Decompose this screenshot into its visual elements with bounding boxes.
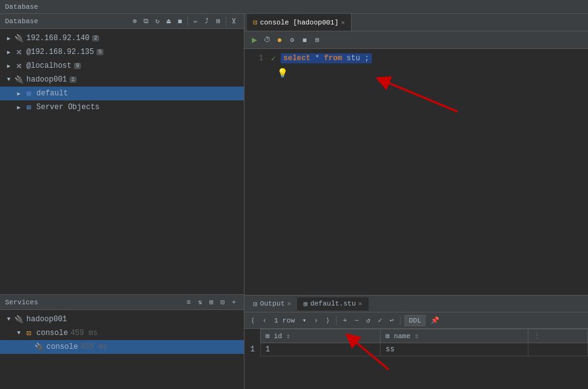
db-copy-icon[interactable]: ⧉ bbox=[141, 16, 151, 26]
nav-first-btn[interactable]: ⟨ bbox=[248, 316, 258, 325]
editor-tab-bar: ⊡ console [hadoop001] ✕ bbox=[244, 14, 588, 31]
services-panel: Services ≡ ⇅ ⊞ ⊡ + ▼ 🔌 hadoop001 bbox=[0, 295, 244, 389]
server-objects[interactable]: ▶ ⊞ Server Objects bbox=[0, 100, 244, 114]
svc-console-time: 459 ms bbox=[70, 329, 97, 338]
svc-console-child-name: console bbox=[46, 343, 78, 351]
orange-dot-icon[interactable]: ● bbox=[275, 35, 285, 45]
toolbar-sep-1 bbox=[187, 17, 188, 26]
svc-icon-2[interactable]: ⇅ bbox=[195, 297, 205, 307]
server-name-2: @192.168.92.135 bbox=[26, 48, 94, 56]
server-hadoop001[interactable]: ▼ 🔌 hadoop001 1 bbox=[0, 73, 244, 87]
db-edit-icon[interactable]: ✏ bbox=[191, 16, 201, 26]
results-undo-btn[interactable]: ↺ bbox=[364, 316, 373, 325]
db-disconnect-icon[interactable]: ⏏ bbox=[164, 16, 174, 26]
default-stu-tab[interactable]: ⊞ default.stu ✕ bbox=[297, 297, 368, 311]
stop-icon[interactable]: ◼ bbox=[300, 35, 310, 45]
editor-tab[interactable]: ⊡ console [hadoop001] ✕ bbox=[247, 14, 352, 31]
db-toolbar: ⊕ ⧉ ↻ ⏏ ◼ ✏ ⤴ ⊞ ⊻ bbox=[130, 16, 239, 26]
col-name-header[interactable]: ⊞ name ⇕ bbox=[381, 329, 528, 343]
nav-prev-btn[interactable]: ‹ bbox=[260, 316, 270, 325]
tab-icon: ⊡ bbox=[253, 18, 258, 26]
db-stop-icon[interactable]: ◼ bbox=[175, 16, 185, 26]
run-button[interactable]: ▶ bbox=[249, 35, 260, 45]
nav-last-btn[interactable]: ⟩ bbox=[323, 316, 332, 325]
db-default[interactable]: ▶ ⊞ default bbox=[0, 87, 244, 100]
output-tab-icon: ⊡ bbox=[253, 300, 258, 308]
col-id-header[interactable]: ⊞ id ⇕ bbox=[260, 329, 381, 343]
services-tree: ▼ 🔌 hadoop001 ▼ ⊡ console 459 ms 🔌 conso… bbox=[0, 310, 244, 389]
server-icon-2: ⤨ bbox=[14, 47, 24, 57]
db-table-icon[interactable]: ⊞ bbox=[213, 16, 223, 26]
services-title: Services bbox=[5, 299, 38, 306]
bulb-line: 💡 bbox=[277, 68, 588, 78]
ddl-button[interactable]: DDL bbox=[404, 315, 426, 326]
default-stu-close[interactable]: ✕ bbox=[359, 300, 362, 307]
col-id-icon: ⊞ bbox=[266, 333, 270, 340]
row-count-dropdown[interactable]: ▾ bbox=[300, 316, 309, 325]
table-row[interactable]: 1 1 ss bbox=[244, 343, 588, 356]
col-name-icon: ⊞ bbox=[386, 333, 390, 340]
bottom-tab-bar: ⊡ Output ✕ ⊞ default.stu ✕ bbox=[244, 295, 588, 312]
results-icon[interactable]: ⊞ bbox=[312, 35, 322, 45]
row-num-header bbox=[244, 329, 260, 343]
results-add-btn[interactable]: + bbox=[340, 316, 350, 325]
server-item-1[interactable]: ▶ 🔌 192.168.92.140 2 bbox=[0, 31, 244, 45]
output-tab[interactable]: ⊡ Output ✕ bbox=[247, 297, 297, 311]
server-icon-3: ⤨ bbox=[14, 61, 24, 71]
sql-star: * bbox=[315, 54, 323, 63]
svc-hadoop-name: hadoop001 bbox=[26, 315, 67, 324]
db-add-icon[interactable]: ⊕ bbox=[130, 16, 140, 26]
db-refresh-icon[interactable]: ↻ bbox=[152, 16, 162, 26]
row-extra-1 bbox=[528, 343, 588, 356]
col-name-label: name bbox=[394, 333, 410, 340]
settings-icon[interactable]: ⚙ bbox=[287, 35, 297, 45]
sql-table: stu bbox=[347, 54, 360, 63]
pin-btn[interactable]: 📌 bbox=[428, 316, 442, 325]
svc-icon-5[interactable]: + bbox=[229, 297, 239, 307]
svc-hadoop001[interactable]: ▼ 🔌 hadoop001 bbox=[0, 312, 244, 326]
sidebar: Database ⊕ ⧉ ↻ ⏏ ◼ ✏ ⤴ ⊞ ⊻ bbox=[0, 14, 244, 389]
sql-highlight-block: select * from stu ; bbox=[281, 53, 372, 63]
row-count-label: 1 row bbox=[271, 316, 297, 325]
server-badge-2: 5 bbox=[97, 49, 103, 55]
table-header-row: ⊞ id ⇕ ⊞ name ⇕ ⋮ bbox=[244, 329, 588, 343]
default-db-icon: ⊞ bbox=[24, 88, 34, 99]
row-id-1[interactable]: 1 bbox=[260, 343, 381, 356]
results-revert-btn[interactable]: ↩ bbox=[387, 316, 397, 325]
bulb-icon: 💡 bbox=[277, 68, 288, 78]
results-remove-btn[interactable]: − bbox=[352, 316, 362, 325]
services-header: Services ≡ ⇅ ⊞ ⊡ + bbox=[0, 295, 244, 310]
sql-from-kw: from bbox=[324, 54, 342, 63]
chevron-hadoop001: ▼ bbox=[5, 76, 13, 83]
server-item-3[interactable]: ▶ ⤨ @localhost 9 bbox=[0, 59, 244, 73]
results-sep-2 bbox=[400, 316, 401, 325]
results-table: ⊞ id ⇕ ⊞ name ⇕ ⋮ bbox=[244, 329, 588, 356]
toolbar-sep-2 bbox=[226, 17, 226, 26]
db-jump-icon[interactable]: ⤴ bbox=[202, 16, 212, 26]
svc-icon-3[interactable]: ⊞ bbox=[206, 297, 216, 307]
output-tab-label: Output bbox=[260, 300, 285, 307]
col-name-sort: ⇕ bbox=[414, 333, 419, 340]
svc-console-name: console bbox=[36, 329, 68, 338]
row-name-1[interactable]: ss bbox=[381, 343, 528, 356]
nav-next-btn[interactable]: › bbox=[312, 316, 321, 325]
svc-icon-4[interactable]: ⊡ bbox=[218, 297, 228, 307]
svc-console-child[interactable]: 🔌 console 459 ms bbox=[0, 340, 244, 354]
results-toolbar: ⟨ ‹ 1 row ▾ › ⟩ + − ↺ ✓ ↩ DDL 📌 bbox=[244, 312, 588, 329]
chevron-default: ▶ bbox=[15, 90, 23, 97]
col-id-sort: ⇕ bbox=[286, 333, 291, 340]
server-name-1: 192.168.92.140 bbox=[26, 34, 90, 43]
svc-icon-1[interactable]: ≡ bbox=[184, 297, 194, 307]
col-extra-header[interactable]: ⋮ bbox=[528, 329, 588, 343]
svc-console-parent[interactable]: ▼ ⊡ console 459 ms bbox=[0, 326, 244, 340]
editor-area[interactable]: 1 ✓ select * from stu ; 💡 bbox=[244, 49, 588, 295]
sql-semi: ; bbox=[365, 54, 369, 63]
db-panel-title: Database bbox=[5, 18, 38, 25]
server-item-2[interactable]: ▶ ⤨ @192.168.92.135 5 bbox=[0, 45, 244, 59]
history-icon[interactable]: ⏱ bbox=[262, 35, 272, 45]
output-tab-close[interactable]: ✕ bbox=[287, 300, 291, 307]
results-apply-btn[interactable]: ✓ bbox=[375, 316, 385, 325]
right-content: ⊡ console [hadoop001] ✕ ▶ ⏱ ● ⚙ ◼ ⊞ 1 ✓ … bbox=[244, 14, 588, 389]
db-filter-icon[interactable]: ⊻ bbox=[229, 16, 239, 26]
tab-close[interactable]: ✕ bbox=[341, 19, 345, 26]
